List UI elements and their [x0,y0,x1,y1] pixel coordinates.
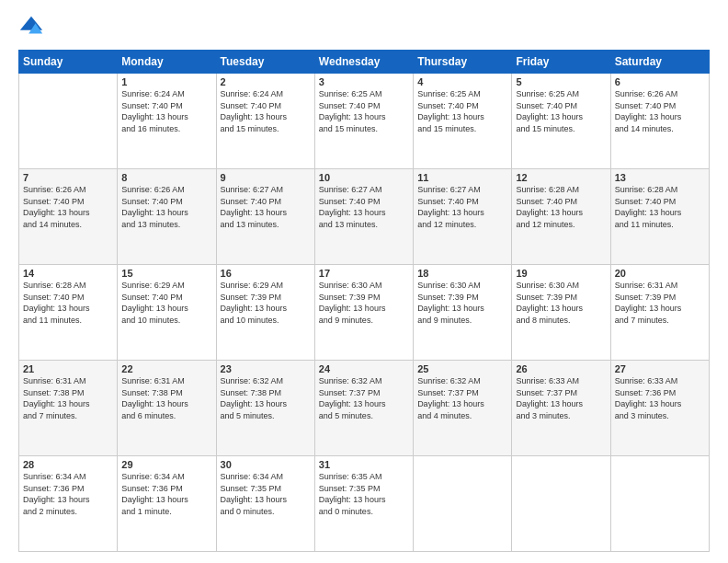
calendar-cell: 2Sunrise: 6:24 AM Sunset: 7:40 PM Daylig… [216,74,314,169]
weekday-header-monday: Monday [118,51,216,74]
weekday-header-tuesday: Tuesday [216,51,314,74]
day-info: Sunrise: 6:25 AM Sunset: 7:40 PM Dayligh… [516,88,606,134]
calendar-cell: 15Sunrise: 6:29 AM Sunset: 7:40 PM Dayli… [118,265,216,361]
day-number: 22 [121,363,211,374]
week-row-2: 7Sunrise: 6:26 AM Sunset: 7:40 PM Daylig… [19,169,710,265]
day-number: 26 [516,363,606,374]
day-info: Sunrise: 6:28 AM Sunset: 7:40 PM Dayligh… [23,280,113,326]
day-info: Sunrise: 6:30 AM Sunset: 7:39 PM Dayligh… [319,280,409,326]
day-info: Sunrise: 6:30 AM Sunset: 7:39 PM Dayligh… [516,280,606,326]
calendar-cell: 13Sunrise: 6:28 AM Sunset: 7:40 PM Dayli… [610,169,709,265]
calendar-cell: 11Sunrise: 6:27 AM Sunset: 7:40 PM Dayli… [414,169,512,265]
day-number: 16 [221,268,311,279]
day-info: Sunrise: 6:28 AM Sunset: 7:40 PM Dayligh… [615,184,705,230]
calendar-table: SundayMondayTuesdayWednesdayThursdayFrid… [18,50,710,552]
day-number: 5 [516,76,606,87]
day-info: Sunrise: 6:27 AM Sunset: 7:40 PM Dayligh… [319,184,409,230]
calendar-cell: 3Sunrise: 6:25 AM Sunset: 7:40 PM Daylig… [314,74,413,169]
day-number: 21 [23,363,113,374]
week-row-5: 28Sunrise: 6:34 AM Sunset: 7:36 PM Dayli… [19,456,710,552]
calendar-cell [19,74,118,169]
day-number: 14 [23,268,113,279]
day-info: Sunrise: 6:33 AM Sunset: 7:36 PM Dayligh… [615,375,705,421]
calendar-cell: 1Sunrise: 6:24 AM Sunset: 7:40 PM Daylig… [118,74,216,169]
weekday-header-thursday: Thursday [414,51,512,74]
calendar-cell: 26Sunrise: 6:33 AM Sunset: 7:37 PM Dayli… [512,361,610,456]
day-number: 11 [417,172,507,183]
day-number: 8 [121,172,211,183]
day-info: Sunrise: 6:29 AM Sunset: 7:39 PM Dayligh… [221,280,311,326]
day-info: Sunrise: 6:31 AM Sunset: 7:39 PM Dayligh… [615,280,705,326]
day-number: 9 [221,172,311,183]
day-info: Sunrise: 6:34 AM Sunset: 7:36 PM Dayligh… [23,471,113,517]
page: SundayMondayTuesdayWednesdayThursdayFrid… [0,0,728,563]
day-info: Sunrise: 6:24 AM Sunset: 7:40 PM Dayligh… [121,88,211,134]
weekday-header-wednesday: Wednesday [314,51,413,74]
calendar-cell: 30Sunrise: 6:34 AM Sunset: 7:35 PM Dayli… [216,456,314,552]
week-row-4: 21Sunrise: 6:31 AM Sunset: 7:38 PM Dayli… [19,361,710,456]
day-info: Sunrise: 6:27 AM Sunset: 7:40 PM Dayligh… [417,184,507,230]
day-number: 23 [221,363,311,374]
day-info: Sunrise: 6:25 AM Sunset: 7:40 PM Dayligh… [319,88,409,134]
day-info: Sunrise: 6:27 AM Sunset: 7:40 PM Dayligh… [221,184,311,230]
calendar-body: 1Sunrise: 6:24 AM Sunset: 7:40 PM Daylig… [19,74,710,552]
calendar-cell: 20Sunrise: 6:31 AM Sunset: 7:39 PM Dayli… [610,265,709,361]
calendar-cell: 24Sunrise: 6:32 AM Sunset: 7:37 PM Dayli… [314,361,413,456]
calendar-cell: 17Sunrise: 6:30 AM Sunset: 7:39 PM Dayli… [314,265,413,361]
week-row-3: 14Sunrise: 6:28 AM Sunset: 7:40 PM Dayli… [19,265,710,361]
logo-icon [18,15,44,40]
day-info: Sunrise: 6:26 AM Sunset: 7:40 PM Dayligh… [23,184,113,230]
day-info: Sunrise: 6:24 AM Sunset: 7:40 PM Dayligh… [221,88,311,134]
day-info: Sunrise: 6:28 AM Sunset: 7:40 PM Dayligh… [516,184,606,230]
calendar-cell: 21Sunrise: 6:31 AM Sunset: 7:38 PM Dayli… [19,361,118,456]
day-info: Sunrise: 6:34 AM Sunset: 7:36 PM Dayligh… [121,471,211,517]
day-info: Sunrise: 6:29 AM Sunset: 7:40 PM Dayligh… [121,280,211,326]
day-number: 6 [615,76,705,87]
day-number: 18 [417,268,507,279]
svg-marker-0 [20,17,42,30]
calendar-cell: 28Sunrise: 6:34 AM Sunset: 7:36 PM Dayli… [19,456,118,552]
calendar-cell: 18Sunrise: 6:30 AM Sunset: 7:39 PM Dayli… [414,265,512,361]
day-number: 31 [319,459,409,470]
day-number: 28 [23,459,113,470]
day-number: 25 [417,363,507,374]
day-info: Sunrise: 6:32 AM Sunset: 7:37 PM Dayligh… [319,375,409,421]
day-number: 17 [319,268,409,279]
day-info: Sunrise: 6:32 AM Sunset: 7:38 PM Dayligh… [221,375,311,421]
day-number: 13 [615,172,705,183]
calendar-cell: 27Sunrise: 6:33 AM Sunset: 7:36 PM Dayli… [610,361,709,456]
day-number: 20 [615,268,705,279]
day-info: Sunrise: 6:26 AM Sunset: 7:40 PM Dayligh… [615,88,705,134]
day-number: 1 [121,76,211,87]
calendar-cell: 25Sunrise: 6:32 AM Sunset: 7:37 PM Dayli… [414,361,512,456]
day-number: 19 [516,268,606,279]
day-number: 29 [121,459,211,470]
calendar-cell [414,456,512,552]
weekday-header-friday: Friday [512,51,610,74]
calendar-cell: 14Sunrise: 6:28 AM Sunset: 7:40 PM Dayli… [19,265,118,361]
calendar-cell: 22Sunrise: 6:31 AM Sunset: 7:38 PM Dayli… [118,361,216,456]
day-number: 27 [615,363,705,374]
calendar-cell: 9Sunrise: 6:27 AM Sunset: 7:40 PM Daylig… [216,169,314,265]
day-info: Sunrise: 6:31 AM Sunset: 7:38 PM Dayligh… [121,375,211,421]
day-number: 3 [319,76,409,87]
day-number: 2 [221,76,311,87]
day-number: 30 [221,459,311,470]
calendar-cell: 16Sunrise: 6:29 AM Sunset: 7:39 PM Dayli… [216,265,314,361]
calendar-cell: 23Sunrise: 6:32 AM Sunset: 7:38 PM Dayli… [216,361,314,456]
day-info: Sunrise: 6:26 AM Sunset: 7:40 PM Dayligh… [121,184,211,230]
day-number: 4 [417,76,507,87]
day-number: 7 [23,172,113,183]
logo [18,15,48,40]
calendar-header: SundayMondayTuesdayWednesdayThursdayFrid… [19,51,710,74]
weekday-header-saturday: Saturday [610,51,709,74]
calendar-cell: 8Sunrise: 6:26 AM Sunset: 7:40 PM Daylig… [118,169,216,265]
day-info: Sunrise: 6:25 AM Sunset: 7:40 PM Dayligh… [417,88,507,134]
calendar-cell: 19Sunrise: 6:30 AM Sunset: 7:39 PM Dayli… [512,265,610,361]
day-number: 10 [319,172,409,183]
header [18,15,710,40]
week-row-1: 1Sunrise: 6:24 AM Sunset: 7:40 PM Daylig… [19,74,710,169]
calendar-cell: 6Sunrise: 6:26 AM Sunset: 7:40 PM Daylig… [610,74,709,169]
calendar-cell: 10Sunrise: 6:27 AM Sunset: 7:40 PM Dayli… [314,169,413,265]
day-info: Sunrise: 6:30 AM Sunset: 7:39 PM Dayligh… [417,280,507,326]
